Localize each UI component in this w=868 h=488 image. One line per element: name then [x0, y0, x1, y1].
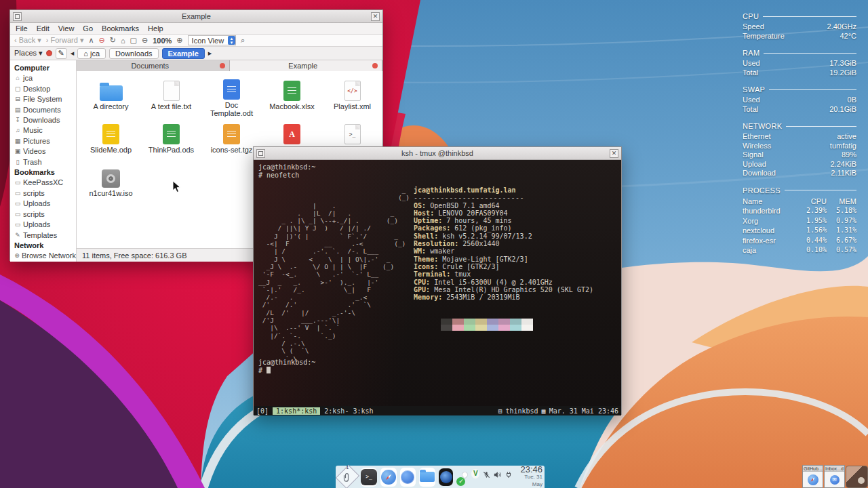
tab-example[interactable]: Example	[230, 60, 383, 71]
sidebar-item-keepassxc[interactable]: ▭KeePassXC	[14, 178, 76, 188]
sidebar-item-pictures[interactable]: ▦Pictures	[14, 136, 76, 146]
sidebar-item-browse-network[interactable]: ⊕Browse Network	[14, 251, 76, 261]
miniwindow-github[interactable]: GitHub...	[802, 465, 823, 488]
zoom-out-button[interactable]: ⊖	[142, 36, 148, 45]
sidebar-item-videos[interactable]: ▣Videos	[14, 146, 76, 157]
xml-file-icon: </>	[344, 81, 361, 101]
terminal-titlebar[interactable]: ksh - tmux @thinkbsd ✕	[254, 147, 621, 160]
file-slideme-odp[interactable]: SlideMe.odp	[81, 123, 141, 161]
crumb-scroll-left[interactable]: ◂	[71, 49, 75, 58]
power-plug-icon[interactable]	[505, 470, 513, 479]
monitor-section-ram: RAM Used17.3GiB Total19.2GiB	[743, 49, 856, 77]
sidebar-item-scripts[interactable]: ▭scripts	[14, 188, 76, 199]
tab-close-icon[interactable]	[372, 63, 378, 68]
sidebar-item-trash[interactable]: ▯Trash	[14, 157, 76, 167]
monitor-row: Ethernetactive	[743, 132, 856, 142]
tmux-windows: 2:ksh- 3:ksh	[324, 407, 373, 415]
close-sidepane-button[interactable]	[46, 50, 52, 56]
tmux-window-active: 1:ksh*:ksh	[273, 407, 320, 415]
menu-edit[interactable]: Edit	[37, 24, 50, 33]
computer-button[interactable]: ▢	[130, 36, 137, 45]
breadcrumb-current[interactable]: Example	[162, 48, 205, 59]
sidebar-item-documents[interactable]: ▤Documents	[14, 105, 76, 115]
odt-file-icon	[223, 79, 240, 100]
dock-item-file-manager[interactable]	[419, 468, 435, 487]
miniaturize-button[interactable]	[13, 12, 22, 21]
breadcrumb-downloads[interactable]: Downloads	[109, 48, 158, 59]
miniwindow-inbox[interactable]: Inbox...d ✉	[824, 465, 845, 488]
fm-tabbar: Documents Example	[77, 60, 382, 71]
sidebar-item-templates[interactable]: ✎Templates	[14, 230, 76, 241]
desktop: CPU Speed2.40GHz Temperature42°C RAM Use…	[0, 0, 868, 488]
dock-clock: 23:46 Tue. 31 May	[517, 466, 542, 488]
tab-close-icon[interactable]	[220, 63, 225, 68]
monitor-section-process: PROCESS NameCPUMEM thunderbird2.39%5.18%…	[743, 186, 856, 256]
file-playlist-xml[interactable]: </>Playlist.xml	[322, 79, 382, 117]
edit-path-toggle[interactable]: ✎	[56, 48, 67, 59]
terminal-cursor	[267, 367, 271, 373]
file-thinkpad-ods[interactable]: ThinkPad.ods	[141, 123, 201, 161]
wmaker-clip[interactable]: 1	[336, 465, 359, 488]
stop-button[interactable]: ⊖	[99, 36, 105, 45]
fm-sidebar: Computer ⌂jca ▢Desktop ⊟File System ▤Doc…	[10, 60, 77, 262]
terminal-content[interactable]: jca@thinkbsd:~ # neofetch _ (_) | . . |L…	[254, 160, 621, 406]
monitor-row: Upload2.24KiB	[743, 160, 856, 169]
music-icon: ♫	[14, 125, 21, 136]
zoom-in-button[interactable]: ⊕	[176, 36, 182, 45]
home-button[interactable]: ⌂	[121, 37, 125, 45]
file-a-directory[interactable]: A directory	[81, 79, 141, 117]
dock-item-terminal[interactable]: >_	[361, 468, 377, 487]
session-icon: ⊞	[498, 407, 502, 415]
places-select[interactable]: Places ▾	[14, 49, 43, 58]
close-button[interactable]: ✕	[610, 149, 618, 158]
sidebar-item-filesystem[interactable]: ⊟File System	[14, 94, 76, 104]
drive-icon: ⊟	[14, 94, 21, 104]
menu-go[interactable]: Go	[83, 24, 93, 33]
globe-icon	[401, 470, 414, 484]
file-a-text-file[interactable]: A text file.txt	[141, 79, 201, 117]
sidebar-header-computer: Computer	[14, 63, 76, 73]
monitor-row: Signal89%	[743, 150, 856, 160]
dock-app-tile[interactable]	[846, 466, 868, 488]
close-button[interactable]: ✕	[371, 12, 380, 21]
refresh-button[interactable]: ↻	[110, 36, 116, 45]
forward-button[interactable]: › Forward ▾	[46, 36, 84, 45]
file-doc-template[interactable]: Doc Template.odt	[201, 79, 262, 117]
sidebar-item-uploads-2[interactable]: ▭Uploads	[14, 220, 76, 230]
fm-titlebar[interactable]: Example ✕	[10, 10, 382, 23]
sidebar-item-desktop[interactable]: ▢Desktop	[14, 84, 76, 94]
pictures-icon: ▦	[14, 136, 21, 146]
microphone-muted-icon[interactable]	[483, 470, 490, 479]
view-mode-select[interactable]: Icon View ▲▼	[188, 35, 237, 45]
back-button[interactable]: ‹ Back ▾	[14, 36, 41, 45]
menu-file[interactable]: File	[16, 24, 28, 33]
file-iso[interactable]: n1cur41w.iso	[81, 166, 141, 204]
dock-item-browser[interactable]	[380, 468, 397, 487]
menu-help[interactable]: Help	[148, 24, 163, 33]
menu-view[interactable]: View	[58, 24, 75, 33]
search-icon[interactable]: ⌕	[241, 36, 245, 45]
v-logo-icon[interactable]: V	[471, 469, 479, 479]
section-title: CPU	[743, 12, 759, 20]
miniaturize-button[interactable]	[256, 149, 265, 158]
file-macbook-xlsx[interactable]: Macbook.xlsx	[262, 79, 322, 117]
sidebar-header-network: Network	[14, 241, 76, 251]
sidebar-item-music[interactable]: ♫Music	[14, 125, 76, 136]
terminal-line: jca@thinkbsd:~	[258, 163, 616, 171]
sidebar-item-jca[interactable]: ⌂jca	[14, 73, 76, 83]
breadcrumb-home[interactable]: ⌂ jca	[77, 48, 106, 59]
dock-item-app-sphere[interactable]: ...	[439, 468, 454, 486]
up-button[interactable]: ∧	[88, 36, 94, 45]
fm-pathbar: Places ▾ ✎ ◂ ⌂ jca Downloads Example ▸	[10, 47, 382, 60]
sidebar-item-uploads[interactable]: ▭Uploads	[14, 199, 76, 209]
dock-item-web-app[interactable]	[400, 468, 416, 487]
process-row: nextcloud1.56%1.31%	[743, 226, 856, 236]
speaker-icon[interactable]	[494, 470, 502, 479]
tab-documents[interactable]: Documents	[77, 60, 230, 71]
presentation-file-icon	[102, 124, 119, 144]
sidebar-item-downloads[interactable]: ↧Downloads	[14, 115, 76, 125]
desktop-icon: ▢	[14, 84, 21, 94]
crumb-scroll-right[interactable]: ▸	[208, 49, 212, 58]
sidebar-item-scripts-2[interactable]: ▭scripts	[14, 209, 76, 220]
menu-bookmarks[interactable]: Bookmarks	[102, 24, 139, 33]
